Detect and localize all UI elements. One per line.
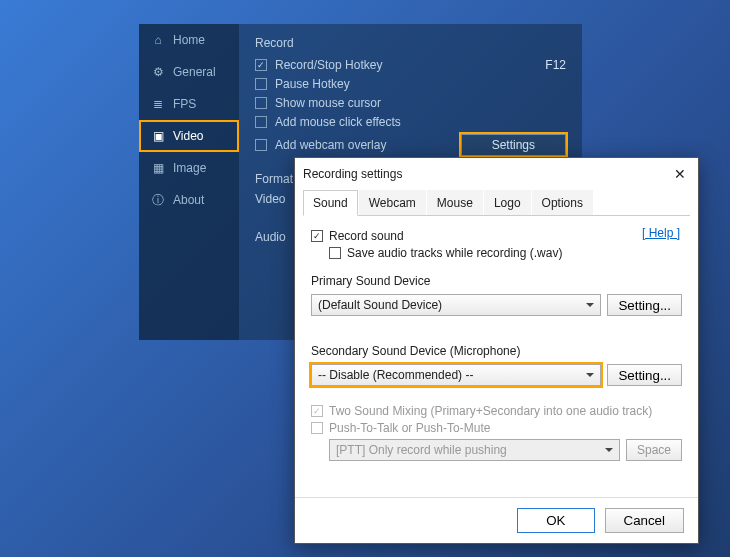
checkbox-icon[interactable] (329, 247, 341, 259)
secondary-device-select[interactable]: -- Disable (Recommended) -- (311, 364, 601, 386)
sidebar-item-label: General (173, 65, 216, 79)
opt-label: Add webcam overlay (275, 138, 386, 152)
checkbox-icon[interactable] (255, 139, 267, 151)
tab-webcam[interactable]: Webcam (359, 190, 426, 215)
dialog-title: Recording settings (303, 167, 402, 181)
tab-mouse[interactable]: Mouse (427, 190, 483, 215)
checkbox-icon[interactable] (255, 78, 267, 90)
opt-show-cursor[interactable]: Show mouse cursor (255, 96, 566, 110)
check-save-tracks[interactable]: Save audio tracks while recording (.wav) (329, 246, 682, 260)
sidebar-item-video[interactable]: ▣ Video (139, 120, 239, 152)
sidebar-item-about[interactable]: ⓘ About (139, 184, 239, 216)
opt-record-stop[interactable]: Record/Stop Hotkey F12 (255, 58, 566, 72)
ptt-mode-select: [PTT] Only record while pushing (329, 439, 620, 461)
checkbox-icon[interactable] (311, 230, 323, 242)
check-label: Two Sound Mixing (Primary+Secondary into… (329, 404, 652, 418)
checkbox-icon[interactable] (255, 97, 267, 109)
tab-sound[interactable]: Sound (303, 190, 358, 216)
checkbox-icon (311, 422, 323, 434)
recording-settings-dialog: Recording settings ✕ Sound Webcam Mouse … (294, 157, 699, 544)
image-icon: ▦ (151, 161, 165, 175)
dialog-titlebar: Recording settings ✕ (295, 158, 698, 190)
opt-label: Add mouse click effects (275, 115, 401, 129)
opt-label: Pause Hotkey (275, 77, 350, 91)
tab-logo[interactable]: Logo (484, 190, 531, 215)
sidebar-item-label: About (173, 193, 204, 207)
tab-options[interactable]: Options (532, 190, 593, 215)
secondary-setting-button[interactable]: Setting... (607, 364, 682, 386)
ptt-key-field: Space (626, 439, 682, 461)
checkbox-icon[interactable] (255, 116, 267, 128)
sidebar-item-label: Video (173, 129, 203, 143)
hotkey-value: F12 (545, 58, 566, 72)
select-value: [PTT] Only record while pushing (336, 443, 507, 457)
check-ptt: Push-To-Talk or Push-To-Mute (311, 421, 682, 435)
sidebar-item-image[interactable]: ▦ Image (139, 152, 239, 184)
select-value: -- Disable (Recommended) -- (318, 368, 473, 382)
checkbox-icon[interactable] (255, 59, 267, 71)
dialog-body: [ Help ] Record sound Save audio tracks … (295, 216, 698, 497)
fps-icon: ≣ (151, 97, 165, 111)
help-link[interactable]: [ Help ] (642, 226, 680, 240)
primary-device-label: Primary Sound Device (311, 274, 682, 288)
primary-device-row: (Default Sound Device) Setting... (311, 294, 682, 316)
select-value: (Default Sound Device) (318, 298, 442, 312)
video-icon: ▣ (151, 129, 165, 143)
section-record: Record (255, 36, 566, 50)
ptt-config-row: [PTT] Only record while pushing Space (329, 439, 682, 461)
gear-icon: ⚙ (151, 65, 165, 79)
opt-label: Record/Stop Hotkey (275, 58, 382, 72)
check-record-sound[interactable]: Record sound (311, 229, 682, 243)
checkbox-icon (311, 405, 323, 417)
check-label: Save audio tracks while recording (.wav) (347, 246, 562, 260)
cancel-button[interactable]: Cancel (605, 508, 685, 533)
opt-click-fx[interactable]: Add mouse click effects (255, 115, 566, 129)
sidebar-item-general[interactable]: ⚙ General (139, 56, 239, 88)
dialog-footer: OK Cancel (295, 497, 698, 543)
sidebar-item-fps[interactable]: ≣ FPS (139, 88, 239, 120)
sidebar-item-label: FPS (173, 97, 196, 111)
primary-setting-button[interactable]: Setting... (607, 294, 682, 316)
home-icon: ⌂ (151, 33, 165, 47)
sidebar: ⌂ Home ⚙ General ≣ FPS ▣ Video ▦ Image ⓘ… (139, 24, 239, 340)
primary-device-select[interactable]: (Default Sound Device) (311, 294, 601, 316)
check-label: Record sound (329, 229, 404, 243)
opt-webcam-overlay[interactable]: Add webcam overlay Settings (255, 134, 566, 156)
check-label: Push-To-Talk or Push-To-Mute (329, 421, 490, 435)
opt-label: Show mouse cursor (275, 96, 381, 110)
sidebar-item-label: Image (173, 161, 206, 175)
dialog-tabs: Sound Webcam Mouse Logo Options (303, 190, 690, 216)
opt-pause[interactable]: Pause Hotkey (255, 77, 566, 91)
info-icon: ⓘ (151, 193, 165, 207)
ok-button[interactable]: OK (517, 508, 594, 533)
secondary-device-label: Secondary Sound Device (Microphone) (311, 344, 682, 358)
close-button[interactable]: ✕ (670, 164, 690, 184)
check-two-mix: Two Sound Mixing (Primary+Secondary into… (311, 404, 682, 418)
sidebar-item-label: Home (173, 33, 205, 47)
close-icon: ✕ (674, 166, 686, 182)
settings-button[interactable]: Settings (461, 134, 566, 156)
secondary-device-row: -- Disable (Recommended) -- Setting... (311, 364, 682, 386)
sidebar-item-home[interactable]: ⌂ Home (139, 24, 239, 56)
